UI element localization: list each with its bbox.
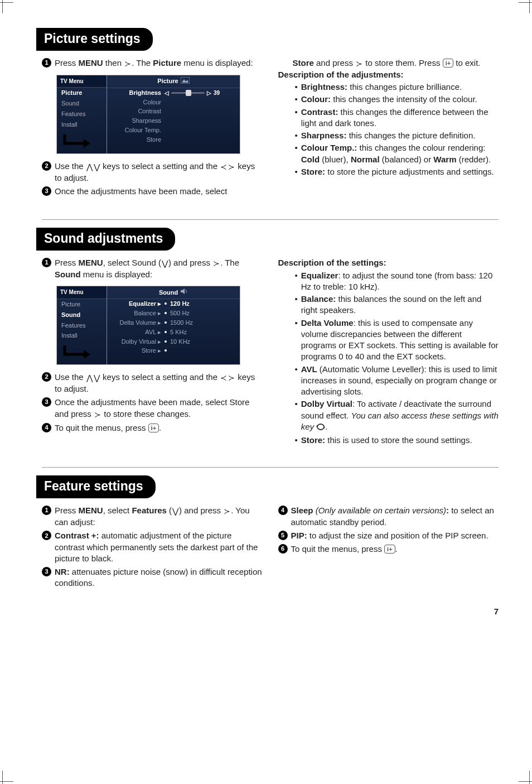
step-marker-3: 3 — [42, 567, 51, 576]
right-arrow-icon: ≻ — [212, 259, 220, 268]
step-marker-2: 2 — [42, 531, 51, 540]
tv-menu-label: TV Menu — [57, 75, 107, 88]
eq-10khz: 10 KHz — [170, 338, 190, 345]
right-arrow-icon: ≻ — [124, 59, 132, 68]
balance-label: Balance ▸ — [112, 309, 165, 318]
left-arrow-icon: ≺ — [220, 162, 228, 171]
desc-dolby-virtual: •Dolby Virtual: To activate / deactivate… — [278, 398, 499, 434]
picture-desc-heading: Description of the adjustments: — [278, 69, 499, 80]
avl-label: AVL ▸ — [112, 328, 165, 336]
info-key-icon: i+ — [384, 545, 395, 554]
sound-step3: Once the adjustments have been made, sel… — [55, 397, 263, 420]
contrast-label: Contrast — [112, 107, 165, 116]
right-arrow-icon: ≻ — [94, 410, 101, 419]
desc-store: •Store: to store the picture adjustments… — [278, 166, 499, 177]
right-arrow-icon: ≻ — [355, 59, 363, 68]
colour-temp-label: Colour Temp. — [112, 126, 165, 134]
sound-desc-heading: Description of the settings: — [278, 257, 499, 268]
menu-arrow-icon — [57, 341, 107, 364]
features-step5: PIP: to adjust the size and position of … — [291, 530, 499, 541]
right-arrow-icon: ≻ — [228, 373, 235, 382]
step-marker-3: 3 — [42, 186, 51, 196]
heading-picture-settings: Picture settings — [36, 28, 153, 51]
step-marker-4: 4 — [278, 506, 288, 515]
speaker-icon — [180, 288, 188, 297]
step-marker-2: 2 — [42, 161, 51, 171]
desc-colour: •Colour: this changes the intensity of t… — [278, 94, 499, 105]
brightness-slider: ◁▷ 39 — [165, 89, 220, 97]
eq-120hz: 120 Hz — [170, 300, 190, 307]
features-step2: Contrast +: automatic adjustment of the … — [55, 530, 263, 564]
colour-label: Colour — [112, 98, 165, 107]
brightness-value: 39 — [214, 89, 220, 97]
store-label: Store ▸ — [112, 347, 165, 355]
surround-key-icon — [316, 422, 325, 434]
dolby-virtual-label: Dolby Virtual ▸ — [112, 338, 165, 346]
heading-sound-adjustments: Sound adjustments — [36, 228, 175, 251]
desc-balance: •Balance: this balances the sound on the… — [278, 294, 499, 316]
desc-delta-volume: •Delta Volume: this is used to compensat… — [278, 318, 499, 363]
up-arrow-icon: ⋀ — [86, 373, 93, 382]
features-step4: Sleep (Only available on certain version… — [291, 505, 499, 528]
info-key-icon: i+ — [443, 59, 453, 68]
delta-volume-label: Delta Volume ▸ — [112, 319, 165, 327]
picture-step2: Use the ⋀⋁ keys to select a setting and … — [55, 161, 263, 184]
desc-contrast: •Contrast: this changes the difference b… — [278, 107, 499, 129]
step-marker-5: 5 — [278, 531, 288, 540]
menu-arrow-icon — [57, 130, 107, 153]
eq-1500hz: 1500 Hz — [170, 319, 193, 326]
down-arrow-icon: ⋁ — [172, 507, 179, 516]
brightness-label: Brightness — [112, 89, 165, 97]
desc-equalizer: •Equalizer: to adjust the sound tone (fr… — [278, 270, 499, 293]
sound-menu-screenshot: TV Menu Picture Sound Features Install S… — [56, 286, 240, 365]
picture-step3: Once the adjustments have been made, sel… — [55, 186, 263, 197]
down-arrow-icon: ⋁ — [93, 373, 100, 382]
eq-5khz: 5 KHz — [170, 329, 187, 335]
crop-mark — [2, 0, 3, 13]
step-marker-4: 4 — [42, 423, 51, 432]
down-arrow-icon: ⋁ — [161, 259, 168, 268]
features-step1: Press MENU, select Features (⋁) and pres… — [55, 505, 263, 528]
features-step3: NR: attenuates picture noise (snow) in d… — [55, 566, 263, 589]
desc-brightness: •Brightness: this changes picture brilli… — [278, 81, 499, 93]
desc-sharpness: •Sharpness: this changes the picture def… — [278, 130, 499, 141]
heading-feature-settings: Feature settings — [36, 475, 156, 498]
sound-step2: Use the ⋀⋁ keys to select a setting and … — [55, 372, 263, 395]
picture-icon — [181, 77, 190, 86]
picture-menu-header: Picture — [107, 75, 240, 88]
sharpness-label: Sharpness — [112, 117, 165, 125]
step-marker-6: 6 — [278, 544, 288, 554]
store-label: Store — [112, 136, 165, 144]
up-arrow-icon: ⋀ — [86, 162, 93, 171]
menu-item-features: Features — [57, 320, 107, 331]
step-marker-1: 1 — [42, 58, 51, 68]
down-arrow-icon: ⋁ — [93, 162, 100, 171]
crop-mark — [519, 2, 532, 3]
picture-step1: Press MENU then ≻. The Picture menu is d… — [55, 57, 263, 69]
menu-item-picture: Picture — [57, 299, 107, 310]
sound-menu-header: Sound — [107, 286, 240, 299]
section-divider — [42, 467, 499, 468]
desc-store: •Store: this is used to store the sound … — [278, 435, 499, 446]
right-arrow-icon: ≻ — [223, 507, 231, 516]
equalizer-label: Equalizer ▸ — [112, 300, 165, 308]
step-marker-2: 2 — [42, 372, 51, 382]
picture-store-text: Store and press ≻ to store them. Press i… — [278, 57, 499, 69]
step-marker-1: 1 — [42, 258, 51, 267]
tv-menu-label: TV Menu — [57, 286, 107, 299]
menu-item-features: Features — [57, 109, 107, 119]
step-marker-3: 3 — [42, 397, 51, 407]
step-marker-1: 1 — [42, 506, 51, 515]
info-key-icon: i+ — [148, 424, 159, 432]
section-divider — [42, 219, 499, 220]
menu-item-sound: Sound — [57, 310, 107, 320]
crop-mark — [529, 0, 530, 13]
page-number: 7 — [42, 606, 499, 617]
desc-colour-temp: •Colour Temp.: this changes the colour r… — [278, 142, 499, 165]
desc-avl: •AVL (Automatic Volume Leveller): this i… — [278, 364, 499, 398]
picture-menu-screenshot: TV Menu Picture Sound Features Install P… — [56, 75, 240, 154]
sound-step4: To quit the menus, press i+. — [55, 422, 263, 434]
features-step6: To quit the menus, press i+. — [291, 543, 499, 555]
menu-item-picture: Picture — [57, 88, 107, 98]
menu-item-sound: Sound — [57, 98, 107, 109]
